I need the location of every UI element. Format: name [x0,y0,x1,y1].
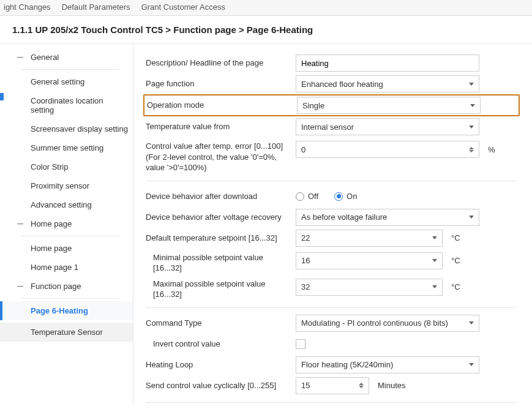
select-command-type[interactable]: Modulating - PI control continuous (8 bi… [296,315,479,332]
select-operation-mode[interactable]: Single [297,97,481,114]
top-menu-bar: ight Changes Default Parameters Grant Cu… [0,0,532,16]
sidebar-item-proximity[interactable]: Proximity sensor [0,176,133,195]
label-temp-from: Temperature value from [146,121,296,132]
radio-label: On [347,192,357,201]
radio-icon [334,192,343,201]
chevron-down-icon [432,285,437,288]
chevron-down-icon [432,236,437,239]
radio-icon [296,192,304,201]
selection-gutter-mark [0,93,4,100]
radio-label: Off [308,192,318,201]
chevron-down-icon [469,83,474,86]
select-value: Single [302,101,324,110]
label-description: Description/ Headline of the page [146,58,296,69]
collapse-icon [17,223,23,225]
spinner-icon[interactable] [469,147,474,152]
sidebar-item-summer-time[interactable]: Summer time setting [0,138,133,157]
select-min-setpoint[interactable]: 16 [296,252,443,269]
input-description[interactable] [296,54,479,72]
divider [146,402,517,403]
tree-section-function[interactable]: Function page [0,277,133,296]
unit-percent: % [488,145,495,154]
chevron-down-icon [470,104,475,107]
chevron-down-icon [469,216,474,219]
spinner-icon[interactable] [359,383,364,388]
breadcrumb: 1.1.1 UP 205/x2 Touch Control TC5 > Func… [0,16,532,44]
select-value: As before voltage failure [301,212,387,222]
sidebar-item-temperature-sensor[interactable]: Temperature Sensor [0,323,133,342]
radio-download-off[interactable]: Off [296,192,318,201]
label-send-cyclic: Send control value cyclically [0...255] [146,380,296,391]
unit-celsius: °C [451,233,460,242]
menu-default-parameters[interactable]: Default Parameters [62,2,130,12]
input-control-value-error[interactable]: 0 [296,141,479,158]
chevron-down-icon [469,321,474,325]
sidebar-item-screensaver[interactable]: Screensaver display setting [0,119,133,138]
tree-section-home[interactable]: Home page [0,214,133,233]
label-behavior-download: Device behavior after download [146,191,296,202]
select-value: Internal sensor [301,122,354,132]
collapse-icon [17,286,23,287]
label-page-function: Page function [146,78,296,89]
tree-section-label: Home page [31,219,72,228]
select-page-function[interactable]: Enhanced floor heating [296,75,479,92]
sidebar-item-page6-heating[interactable]: Page 6-Heating [0,301,133,320]
input-send-cyclic[interactable]: 15 [296,377,369,394]
tree-section-label: Function page [31,282,81,291]
divider [146,307,517,308]
tree-section-label: General [31,53,59,62]
select-value: Modulating - PI control continuous (8 bi… [301,318,448,328]
tree-section-general[interactable]: General [0,48,133,67]
select-temp-from[interactable]: Internal sensor [296,118,479,135]
select-value: Enhanced floor heating [301,80,383,89]
sidebar-item-home-page[interactable]: Home page [0,239,133,258]
sidebar: General General setting Coordinates loca… [0,44,133,405]
sidebar-item-home-page-1[interactable]: Home page 1 [0,258,133,277]
label-max-setpoint: Maximal possible setpoint value [16...32… [146,279,296,300]
chevron-down-icon [469,126,474,129]
radio-download-on[interactable]: On [334,192,357,201]
numeric-value: 15 [301,381,310,390]
select-behavior-voltage[interactable]: As before voltage failure [296,209,479,226]
label-behavior-voltage: Device behavior after voltage recovery [146,212,296,223]
select-value: Floor heating (5K/240min) [301,360,393,369]
menu-grant-customer-access[interactable]: Grant Customer Access [141,2,225,12]
sidebar-item-coordinates[interactable]: Coordinates location setting [0,91,133,119]
checkbox-invert-control[interactable] [296,339,305,349]
label-command-type: Command Type [146,318,296,329]
unit-minutes: Minutes [378,381,406,390]
sidebar-item-general-setting[interactable]: General setting [0,72,133,91]
label-default-setpoint: Default temperature setpoint [16...32] [146,233,296,244]
unit-celsius: °C [451,282,460,291]
sidebar-item-color-strip[interactable]: Color Strip [0,157,133,176]
select-heating-loop[interactable]: Floor heating (5K/240min) [296,356,479,373]
unit-celsius: °C [451,256,460,265]
parameter-form: Description/ Headline of the page Page f… [133,44,532,405]
label-control-value-error: Control value after temp. error [0...100… [146,141,296,173]
label-invert-control: Invert control value [146,339,296,350]
chevron-down-icon [432,259,437,262]
select-value: 16 [301,256,310,265]
numeric-value: 0 [301,145,305,154]
select-value: 22 [301,233,310,242]
label-operation-mode: Operation mode [147,100,297,111]
collapse-icon [17,57,23,58]
label-min-setpoint: Minimal possible setpoint value [16...32… [146,252,296,274]
divider [146,181,517,181]
chevron-down-icon [469,363,474,366]
menu-highlight-changes[interactable]: ight Changes [4,2,51,12]
select-default-setpoint[interactable]: 22 [296,230,443,247]
label-heating-loop: Heating Loop [146,359,296,370]
select-max-setpoint[interactable]: 32 [296,279,443,296]
select-value: 32 [301,282,310,291]
sidebar-item-advanced[interactable]: Advanced setting [0,195,133,214]
